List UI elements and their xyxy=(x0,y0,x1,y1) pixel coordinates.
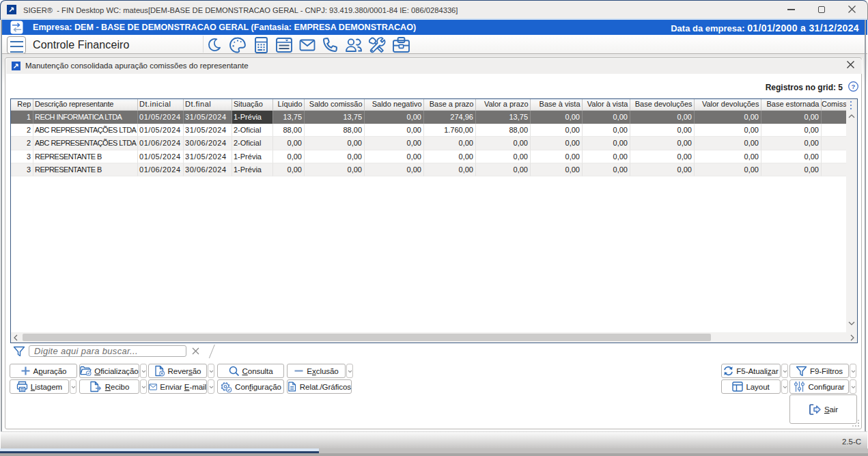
svg-text:?: ? xyxy=(852,83,856,90)
